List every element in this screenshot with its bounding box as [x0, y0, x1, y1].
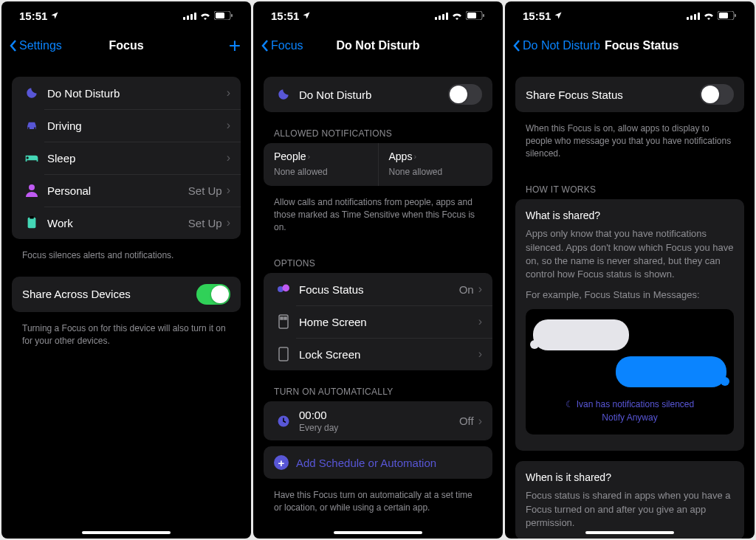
add-schedule-label: Add Schedule or Automation: [296, 457, 436, 469]
people-cell[interactable]: People› None allowed: [264, 143, 378, 186]
battery-icon: [214, 11, 233, 20]
apps-cell[interactable]: Apps› None allowed: [378, 143, 493, 186]
clock: 15:51: [271, 10, 299, 22]
chevron-left-icon: [9, 39, 18, 52]
when-title: When is it shared?: [526, 471, 734, 483]
add-schedule-row[interactable]: + Add Schedule or Automation: [264, 446, 492, 479]
home-indicator[interactable]: [82, 531, 171, 534]
signal-icon: [687, 12, 700, 20]
chevron-right-icon: ›: [227, 216, 230, 229]
svg-rect-3: [194, 13, 196, 20]
chevron-right-icon: ›: [478, 347, 482, 361]
focus-status-screen: 15:51 Do Not Disturb Focus Status Share …: [505, 1, 755, 539]
when-shared-card: When is it shared? Focus status is share…: [515, 461, 744, 539]
svg-rect-5: [216, 13, 224, 18]
mode-detail: Set Up: [188, 184, 222, 197]
status-icon: [276, 283, 291, 295]
home-indicator[interactable]: [334, 531, 422, 534]
focus-mode-sleep[interactable]: Sleep ›: [12, 142, 241, 174]
outgoing-bubble: [616, 356, 726, 387]
battery-icon: [466, 11, 485, 20]
nav-bar: Focus Do Not Disturb: [253, 30, 503, 62]
allowed-group: People› None allowed Apps› None allowed: [264, 143, 492, 186]
focus-mode-dnd[interactable]: Do Not Disturb ›: [12, 77, 241, 109]
share-status-group: Share Focus Status: [515, 77, 744, 112]
svg-rect-30: [735, 14, 736, 17]
page-title: Do Not Disturb: [337, 39, 420, 52]
back-label: Do Not Disturb: [523, 39, 600, 52]
focus-mode-work[interactable]: Work Set Up ›: [12, 207, 241, 239]
incoming-bubble: [533, 319, 629, 350]
svg-point-18: [282, 285, 289, 292]
focus-mode-personal[interactable]: Personal Set Up ›: [12, 174, 241, 207]
home-screen-row[interactable]: Home Screen ›: [264, 305, 492, 338]
page-title: Focus: [109, 39, 143, 52]
add-schedule-group: + Add Schedule or Automation: [264, 446, 492, 479]
share-across-devices-row[interactable]: Share Across Devices: [12, 277, 241, 312]
clock: 15:51: [19, 10, 47, 22]
plus-circle-icon: +: [274, 455, 289, 470]
svg-rect-10: [435, 17, 437, 20]
signal-icon: [435, 12, 448, 20]
apps-label: Apps: [389, 150, 413, 162]
dnd-toggle-row[interactable]: Do Not Disturb: [264, 77, 492, 112]
option-label: Focus Status: [299, 283, 459, 296]
page-title: Focus Status: [605, 39, 678, 52]
options-group: Focus Status On › Home Screen › Lock Scr…: [264, 273, 492, 370]
wifi-icon: [451, 11, 463, 20]
how-header: HOW IT WORKS: [515, 174, 744, 199]
nav-bar: Settings Focus +: [1, 30, 251, 62]
notify-anyway-link[interactable]: Notify Anyway: [602, 412, 657, 423]
lock-screen-icon: [278, 347, 289, 361]
share-footer: Turning a Focus on for this device will …: [12, 318, 241, 362]
back-button[interactable]: Settings: [9, 39, 62, 52]
status-bar: 15:51: [1, 1, 251, 30]
back-label: Focus: [271, 39, 303, 52]
svg-rect-22: [279, 347, 288, 361]
schedule-group: 00:00 Every day Off ›: [264, 401, 492, 440]
option-label: Lock Screen: [299, 348, 478, 361]
message-preview: ☾Ivan has notifications silenced Notify …: [526, 309, 734, 435]
focus-mode-driving[interactable]: Driving ›: [12, 109, 241, 142]
chevron-right-icon: ›: [478, 415, 482, 428]
modes-footer: Focus silences alerts and notifications.: [12, 245, 241, 277]
share-toggle[interactable]: [196, 284, 230, 305]
share-status-row[interactable]: Share Focus Status: [515, 77, 744, 112]
share-status-toggle[interactable]: [700, 84, 734, 105]
back-button[interactable]: Focus: [261, 39, 303, 52]
svg-rect-11: [439, 15, 441, 20]
svg-rect-21: [284, 317, 286, 319]
focus-status-row[interactable]: Focus Status On ›: [264, 273, 492, 305]
schedule-row[interactable]: 00:00 Every day Off ›: [264, 401, 492, 440]
chevron-right-icon: ›: [227, 119, 230, 132]
svg-rect-8: [28, 218, 36, 228]
schedule-sub: Every day: [299, 423, 459, 433]
svg-rect-15: [467, 13, 476, 18]
svg-rect-29: [719, 13, 728, 18]
share-status-label: Share Focus Status: [526, 89, 700, 101]
auto-footer: Have this Focus turn on automatically at…: [264, 485, 492, 529]
back-button[interactable]: Do Not Disturb: [512, 39, 600, 52]
option-value: On: [459, 283, 474, 296]
home-indicator[interactable]: [585, 531, 674, 534]
moon-icon: [277, 88, 290, 101]
location-icon: [50, 11, 59, 20]
option-label: Home Screen: [299, 316, 478, 328]
people-sub: None allowed: [274, 167, 368, 177]
apps-sub: None allowed: [389, 167, 483, 177]
dnd-toggle[interactable]: [448, 84, 482, 105]
svg-rect-12: [442, 14, 444, 20]
svg-rect-26: [694, 14, 696, 20]
silenced-status: ☾Ivan has notifications silenced Notify …: [533, 398, 726, 424]
add-button[interactable]: +: [229, 34, 241, 58]
lock-screen-row[interactable]: Lock Screen ›: [264, 338, 492, 370]
when-text: Focus status is shared in apps when you …: [526, 489, 734, 530]
share-label: Share Across Devices: [22, 288, 196, 300]
mode-label: Sleep: [47, 152, 227, 165]
silenced-text: Ivan has notifications silenced: [577, 399, 694, 409]
person-icon: [26, 184, 38, 197]
mode-label: Work: [47, 217, 188, 229]
badge-icon: [26, 216, 38, 229]
chevron-right-icon: ›: [227, 151, 230, 165]
svg-rect-20: [281, 317, 283, 319]
